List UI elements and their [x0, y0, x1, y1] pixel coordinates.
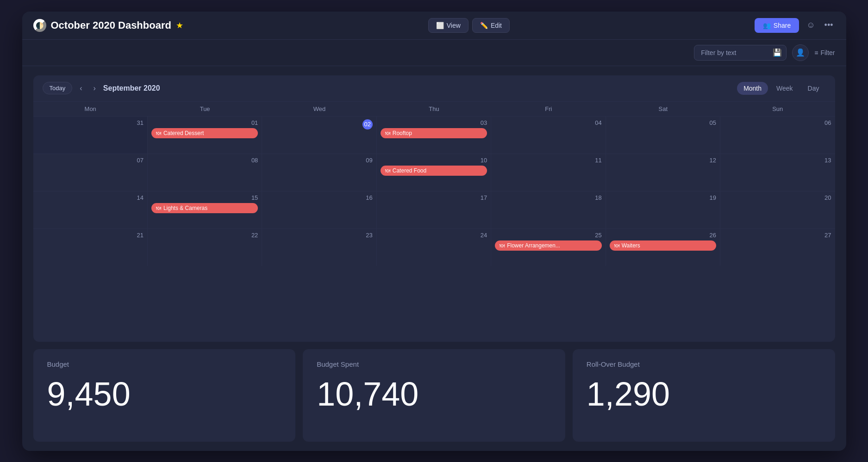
- app-container: 🌓 October 2020 Dashboard ★ ⬜ View ✏️ Edi…: [22, 12, 846, 451]
- page-title: October 2020 Dashboard: [51, 19, 171, 31]
- event-catered-dessert[interactable]: 🍽 Catered Dessert: [151, 128, 258, 138]
- event-rooftop[interactable]: 🍽 Rooftop: [381, 128, 487, 138]
- cal-cell-27: 27: [720, 229, 835, 266]
- date-26: 26: [610, 232, 716, 239]
- header-fri: Fri: [491, 102, 606, 116]
- cal-cell-21: 21: [33, 229, 148, 266]
- cal-cell-06: 06: [720, 117, 835, 154]
- pencil-icon: ✏️: [480, 22, 488, 29]
- tab-week[interactable]: Week: [770, 82, 799, 95]
- event-label: Catered Dessert: [163, 130, 204, 136]
- calendar-header: Today ‹ › September 2020 Month Week Day: [33, 75, 835, 102]
- cal-cell-07: 07: [33, 154, 148, 191]
- view-button[interactable]: ⬜ View: [428, 18, 468, 33]
- cal-cell-22: 22: [148, 229, 262, 266]
- cal-cell-15: 15 🍽 Lights & Cameras: [148, 191, 262, 228]
- event-label: Rooftop: [393, 130, 412, 136]
- stats-row: Budget 9,450 Budget Spent 10,740 Roll-Ov…: [33, 349, 835, 442]
- calendar-week-3: 14 15 🍽 Lights & Cameras 16: [33, 191, 835, 229]
- event-flower-arrangement[interactable]: 🍽 Flower Arrangemen...: [495, 240, 601, 251]
- calendar-grid: Mon Tue Wed Thu Fri Sat Sun 31 01: [33, 102, 835, 266]
- cal-cell-17: 17: [377, 191, 491, 228]
- date-25: 25: [495, 232, 601, 239]
- header-left: 🌓 October 2020 Dashboard ★: [33, 19, 183, 32]
- event-lights-cameras[interactable]: 🍽 Lights & Cameras: [151, 203, 258, 213]
- event-icon: 🍽: [385, 168, 390, 173]
- header-right: 👥 Share ☺ •••: [755, 18, 835, 33]
- date-04: 04: [495, 119, 601, 126]
- event-icon: 🍽: [614, 243, 619, 248]
- tab-day[interactable]: Day: [801, 82, 826, 95]
- cal-cell-18: 18: [491, 191, 606, 228]
- date-03: 03: [381, 119, 487, 126]
- date-22: 22: [151, 232, 258, 239]
- cal-cell-11: 11: [491, 154, 606, 191]
- header: 🌓 October 2020 Dashboard ★ ⬜ View ✏️ Edi…: [22, 12, 846, 40]
- next-month-button[interactable]: ›: [90, 82, 100, 94]
- date-31: 31: [37, 119, 144, 126]
- calendar-weeks: 31 01 🍽 Catered Dessert 02: [33, 117, 835, 266]
- budget-label: Budget: [47, 360, 69, 368]
- header-sun: Sun: [720, 102, 835, 116]
- filter-button[interactable]: ≡ Filter: [814, 49, 835, 56]
- calendar-day-headers: Mon Tue Wed Thu Fri Sat Sun: [33, 102, 835, 117]
- stat-card-rollover: Roll-Over Budget 1,290: [573, 349, 835, 442]
- date-20: 20: [724, 194, 831, 201]
- date-15: 15: [151, 194, 258, 201]
- date-24: 24: [381, 232, 487, 239]
- event-label: Flower Arrangemen...: [507, 242, 560, 249]
- calendar-week-1: 31 01 🍽 Catered Dessert 02: [33, 117, 835, 154]
- cal-cell-01: 01 🍽 Catered Dessert: [148, 117, 262, 154]
- prev-month-button[interactable]: ‹: [76, 82, 86, 94]
- event-label: Catered Food: [393, 167, 426, 174]
- more-options-button[interactable]: •••: [823, 18, 835, 32]
- header-sat: Sat: [606, 102, 720, 116]
- calendar-week-4: 21 22 23 24 25: [33, 229, 835, 266]
- event-waiters[interactable]: 🍽 Waiters: [610, 240, 716, 251]
- edit-button[interactable]: ✏️ Edit: [472, 18, 510, 33]
- user-icon-button[interactable]: 👤: [792, 44, 809, 61]
- event-label: Lights & Cameras: [163, 205, 207, 211]
- stat-card-budget: Budget 9,450: [33, 349, 296, 442]
- cal-cell-19: 19: [606, 191, 720, 228]
- date-19: 19: [610, 194, 716, 201]
- date-16: 16: [266, 194, 372, 201]
- month-label: September 2020: [103, 84, 160, 92]
- cal-cell-24: 24: [377, 229, 491, 266]
- cal-cell-25: 25 🍽 Flower Arrangemen...: [491, 229, 606, 266]
- date-01: 01: [151, 119, 258, 126]
- event-icon: 🍽: [156, 205, 161, 211]
- rollover-label: Roll-Over Budget: [587, 360, 640, 368]
- header-tue: Tue: [148, 102, 262, 116]
- share-icon: 👥: [763, 22, 771, 29]
- main-content: Today ‹ › September 2020 Month Week Day …: [22, 66, 846, 451]
- filter-input-wrapper: 💾: [694, 45, 787, 61]
- tab-month[interactable]: Month: [737, 82, 768, 95]
- cal-cell-16: 16: [262, 191, 376, 228]
- cal-cell-08: 08: [148, 154, 262, 191]
- date-10: 10: [381, 157, 487, 164]
- date-21: 21: [37, 232, 144, 239]
- event-icon: 🍽: [385, 130, 390, 136]
- budget-spent-value: 10,740: [317, 377, 418, 411]
- stat-card-budget-spent: Budget Spent 10,740: [303, 349, 565, 442]
- date-08: 08: [151, 157, 258, 164]
- date-02: 02: [362, 119, 373, 129]
- star-icon: ★: [176, 20, 183, 31]
- emoji-button[interactable]: ☺: [805, 18, 817, 32]
- cal-cell-23: 23: [262, 229, 376, 266]
- cal-cell-14: 14: [33, 191, 148, 228]
- calendar-week-2: 07 08 09 10 🍽 Catered Food: [33, 154, 835, 191]
- save-icon: 💾: [773, 48, 782, 57]
- event-icon: 🍽: [500, 243, 505, 248]
- event-catered-food[interactable]: 🍽 Catered Food: [381, 166, 487, 176]
- cal-cell-26: 26 🍽 Waiters: [606, 229, 720, 266]
- date-27: 27: [724, 232, 831, 239]
- share-button[interactable]: 👥 Share: [755, 18, 799, 33]
- cal-cell-31: 31: [33, 117, 148, 154]
- cal-cell-05: 05: [606, 117, 720, 154]
- today-button[interactable]: Today: [43, 82, 73, 94]
- rollover-value: 1,290: [587, 377, 670, 411]
- cal-cell-13: 13: [720, 154, 835, 191]
- cal-cell-10: 10 🍽 Catered Food: [377, 154, 491, 191]
